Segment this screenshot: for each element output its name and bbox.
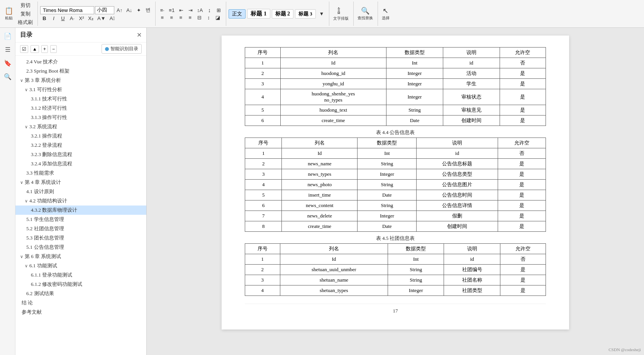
toc-item[interactable]: 4.3.2 数据库物理设计	[15, 206, 146, 215]
toc-item[interactable]: 5.1 学生信息管理	[15, 215, 146, 224]
toc-item[interactable]: ∨第 4 章 系统设计	[15, 178, 146, 187]
table-cell: 审核意见	[443, 105, 500, 116]
toc-item[interactable]: 6.1.2 修改密码功能测试	[15, 280, 146, 289]
style-zhengwen[interactable]: 正文	[229, 9, 246, 19]
sidebar-title: 目录	[20, 31, 32, 39]
table-cell: 2	[245, 68, 281, 79]
align-center-button[interactable]: ≡	[167, 14, 176, 21]
toc-item[interactable]: 6.1.1 登录功能测试	[15, 270, 146, 280]
toc-item[interactable]: 3.1.1 技术可行性	[15, 94, 146, 104]
bookmark-icon-button[interactable]: 🔖	[2, 58, 13, 68]
columns-button[interactable]: ⊟	[195, 14, 203, 21]
toc-item[interactable]: 5.3 团长信息管理	[15, 233, 146, 243]
table-cell: Integer	[386, 79, 443, 89]
toc-item[interactable]: ∨第 3 章 系统分析	[15, 76, 146, 85]
table-cell: 5	[245, 190, 282, 200]
t3-col-no: 序号	[245, 244, 280, 254]
toc-item[interactable]: ∨第 6 章 系统测试	[15, 252, 146, 261]
font-size-input[interactable]	[95, 6, 114, 14]
paste-button[interactable]: 📋 粘贴	[3, 6, 15, 22]
cut-button[interactable]: 剪切	[16, 2, 34, 9]
table-cell: yonghu_id	[280, 79, 386, 89]
table-row: 3shetuan_nameString社团名称是	[245, 275, 546, 285]
toc-item[interactable]: 3.2.4 添加信息流程	[15, 159, 146, 168]
font-name-input[interactable]	[40, 6, 94, 14]
toc-item[interactable]: ∨3.1 可行性分析	[15, 85, 146, 94]
table-row: 5huodong_textString审核意见是	[245, 105, 546, 116]
format-brush-button[interactable]: 格式刷	[16, 19, 34, 26]
indent-left-button[interactable]: ⇤	[177, 7, 185, 14]
toc-item-label: 结 论	[22, 300, 33, 306]
table-row: 3yonghu_idInteger学生是	[245, 79, 546, 89]
font-color-button[interactable]: A·	[68, 15, 76, 22]
toc-item[interactable]: 参考文献	[15, 307, 146, 317]
table3-caption: 表 4.5 社团信息表	[245, 235, 546, 242]
toc-item[interactable]: 6.2 测试结果	[15, 289, 146, 298]
style-biaoti1[interactable]: 标题 1	[247, 9, 270, 19]
toc-item[interactable]: 3.3 性能需求	[15, 168, 146, 178]
toc-check-button[interactable]: ☑	[20, 45, 28, 53]
font-decrease-button[interactable]: A↓	[125, 7, 134, 14]
toc-up-button[interactable]: ▲	[31, 45, 39, 53]
align-justify-button[interactable]: ≡	[186, 14, 194, 21]
subscript-button[interactable]: X₂	[86, 15, 95, 22]
toc-item[interactable]: 结 论	[15, 298, 146, 307]
clear-format-button[interactable]: ✦	[134, 7, 143, 14]
underline-button[interactable]: U	[59, 15, 67, 22]
more-styles-button[interactable]: ▼	[317, 10, 326, 17]
more-font-button[interactable]: 변	[144, 6, 152, 14]
align-right-button[interactable]: ≡	[176, 14, 185, 21]
toc-item[interactable]: 2.4 Vue 技术介	[15, 57, 146, 66]
toc-item[interactable]: 2.3 Spring Boot 框架	[15, 66, 146, 76]
table-cell: 创建时间	[417, 221, 498, 232]
ai-dot-icon	[105, 47, 109, 51]
toc-item[interactable]: 3.2.2 登录流程	[15, 141, 146, 150]
toc-add-button[interactable]: +	[41, 45, 48, 53]
sidebar-close-button[interactable]: ✕	[137, 31, 142, 39]
text-outline-button[interactable]: A⃞	[108, 15, 117, 22]
toc-item[interactable]: 5.2 社团信息管理	[15, 224, 146, 233]
doc-icon-button[interactable]: 📄	[2, 31, 13, 41]
toc-item[interactable]: ∨3.2 系统流程	[15, 122, 146, 131]
toc-item[interactable]: 3.2.1 操作流程	[15, 131, 146, 141]
sort-button[interactable]: ↕A	[195, 7, 204, 14]
toc-item[interactable]: ∨4.2 功能结构设计	[15, 196, 146, 206]
align-left-button[interactable]: ≡	[158, 14, 166, 21]
bold-button[interactable]: B	[40, 15, 49, 22]
style-biaoti3[interactable]: 标题 3	[295, 9, 316, 19]
style-biaoti2[interactable]: 标题 2	[272, 9, 294, 19]
nav-icon-button[interactable]: ☰	[3, 44, 12, 55]
indent-right-button[interactable]: ⇥	[186, 7, 195, 14]
toc-item[interactable]: 3.1.3 操作可行性	[15, 113, 146, 122]
para-spacing-button[interactable]: ↨	[205, 7, 214, 14]
border-button[interactable]: ⊞	[214, 7, 223, 14]
superscript-button[interactable]: X²	[77, 15, 86, 22]
text-layout-button[interactable]: 訁 文字排版	[332, 5, 350, 22]
select-button[interactable]: ↖ 选择	[380, 6, 391, 22]
toc-remove-button[interactable]: −	[50, 45, 57, 53]
toc-item-label: 4.2 功能结构设计	[29, 198, 67, 204]
copy-button[interactable]: 复制	[16, 10, 34, 18]
toc-item[interactable]: 3.1.2 经济可行性	[15, 104, 146, 113]
table-cell: 5	[245, 105, 281, 116]
table-cell: 假删	[417, 211, 498, 221]
line-spacing-button[interactable]: ↕	[204, 14, 213, 21]
toc-item[interactable]: 4.1 设计原则	[15, 187, 146, 196]
shading-button[interactable]: ◪	[214, 14, 222, 21]
t2-col-name: 列名	[282, 138, 358, 148]
toc-item[interactable]: ∨6.1 功能测试	[15, 261, 146, 270]
font-increase-button[interactable]: A↑	[115, 7, 124, 14]
toc-item[interactable]: 5.1 公告信息管理	[15, 243, 146, 252]
ai-recognize-button[interactable]: 智能识别目录	[102, 44, 142, 54]
table-cell: Integer	[386, 68, 443, 79]
search-icon-button[interactable]: 🔍	[2, 71, 13, 82]
table-cell: 是	[498, 159, 546, 169]
toc-item[interactable]: 3.2.3 删除信息流程	[15, 150, 146, 159]
list-number-button[interactable]: ≡1	[167, 7, 176, 14]
find-replace-button[interactable]: 🔍 查找替换	[356, 6, 375, 22]
table-cell: 活动	[443, 68, 500, 79]
table-cell: Id	[282, 148, 358, 159]
highlight-button[interactable]: A▼	[96, 15, 107, 22]
list-bullet-button[interactable]: ≡·	[158, 7, 166, 14]
italic-button[interactable]: I	[49, 15, 58, 22]
